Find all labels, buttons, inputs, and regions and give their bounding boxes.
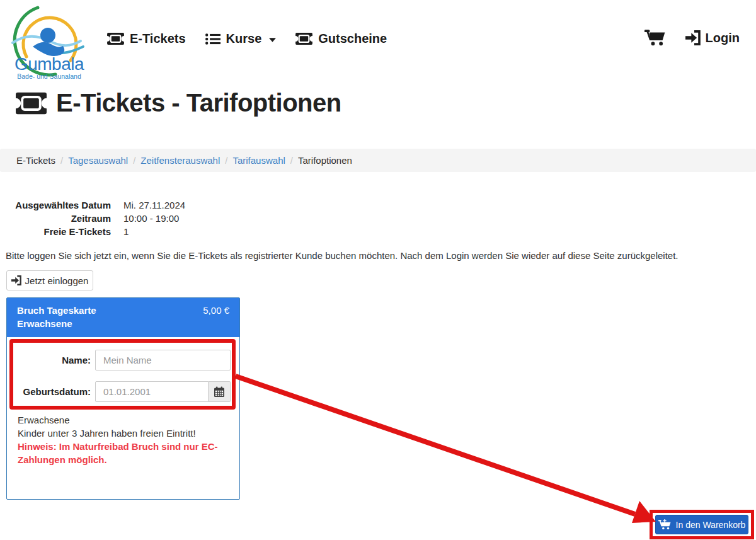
info-value-selected-date: Mi. 27.11.2024 <box>111 198 185 212</box>
info-row-free-tickets: Freie E-Tickets 1 <box>0 225 185 238</box>
login-now-button[interactable]: Jetzt einloggen <box>6 270 93 290</box>
chevron-down-icon <box>269 38 276 42</box>
breadcrumb-separator: / <box>60 155 63 166</box>
birthdate-input[interactable] <box>95 381 209 402</box>
tariff-card: Bruch Tageskarte Erwachsene 5,00 € Name:… <box>6 297 240 500</box>
add-to-cart-label: In den Warenkorb <box>676 520 746 530</box>
nav-item-kurse[interactable]: Kurse <box>205 32 277 46</box>
list-icon <box>205 33 220 45</box>
brand-tagline: Bade- und Saunaland <box>5 72 93 80</box>
breadcrumb-item-tarifoptionen: Tarifoptionen <box>298 155 352 166</box>
info-label: Freie E-Tickets <box>0 225 111 238</box>
tariff-title-line2: Erwachsene <box>17 317 96 330</box>
nav-item-label: Gutscheine <box>318 32 387 46</box>
birthdate-label: Geburtsdatum: <box>18 381 91 402</box>
breadcrumb-item-zeitfensterauswahl[interactable]: Zeitfensterauswahl <box>140 155 220 166</box>
info-label: Ausgewähltes Datum <box>0 198 111 212</box>
header-login-label: Login <box>706 31 740 45</box>
breadcrumb-item-etickets: E-Tickets <box>16 155 55 166</box>
breadcrumb-separator: / <box>290 155 293 166</box>
name-input[interactable] <box>95 350 231 371</box>
breadcrumb-separator: / <box>225 155 227 166</box>
birthdate-calendar-button[interactable] <box>209 381 231 402</box>
ticket-icon <box>107 33 124 45</box>
breadcrumb-separator: / <box>133 155 135 166</box>
page-title: E-Tickets - Tarifoptionen <box>16 89 341 117</box>
info-value-free-tickets: 1 <box>111 225 129 238</box>
breadcrumb-item-tarifauswahl[interactable]: Tarifauswahl <box>232 155 285 166</box>
tariff-description-line1: Erwachsene <box>18 413 232 427</box>
info-label: Zeitraum <box>0 212 111 225</box>
login-hint-text: Bitte loggen Sie sich jetzt ein, wenn Si… <box>6 250 679 261</box>
info-row-timeframe: Zeitraum 10:00 - 19:00 <box>0 212 185 225</box>
header-cart-button[interactable] <box>644 29 665 47</box>
name-label: Name: <box>18 350 91 371</box>
ticket-icon <box>16 92 47 115</box>
cart-plus-icon <box>658 519 671 531</box>
nav-item-etickets[interactable]: E-Tickets <box>107 32 186 46</box>
booking-info: Ausgewähltes Datum Mi. 27.11.2024 Zeitra… <box>0 198 185 238</box>
tariff-title-line1: Bruch Tageskarte <box>17 304 96 317</box>
brand-logo[interactable]: Gumbala Bade- und Saunaland <box>5 3 93 81</box>
nav-item-label: E-Tickets <box>130 32 186 46</box>
main-nav: E-Tickets Kurse Gutscheine <box>107 32 387 46</box>
breadcrumb: E-Tickets / Tagesauswahl / Zeitfensterau… <box>0 149 756 172</box>
breadcrumb-item-tagesauswahl[interactable]: Tagesauswahl <box>68 155 128 166</box>
info-value-timeframe: 10:00 - 19:00 <box>111 212 179 225</box>
calendar-icon <box>214 386 225 398</box>
header-login-button[interactable]: Login <box>685 30 740 45</box>
ticket-icon <box>295 33 312 45</box>
brand-name: Gumbala <box>5 54 93 74</box>
login-now-label: Jetzt einloggen <box>25 275 89 286</box>
tariff-notice: Hinweis: Im Naturfreibad Bruch sind nur … <box>18 440 232 466</box>
add-to-cart-button[interactable]: In den Warenkorb <box>655 515 748 534</box>
nav-item-label: Kurse <box>226 32 262 46</box>
sign-in-icon <box>11 275 21 285</box>
sign-in-icon <box>685 30 701 45</box>
tariff-title: Bruch Tageskarte Erwachsene <box>17 304 96 337</box>
tariff-description: Erwachsene Kinder unter 3 Jahren haben f… <box>18 413 232 466</box>
info-row-date: Ausgewähltes Datum Mi. 27.11.2024 <box>0 198 185 212</box>
page: Gumbala Bade- und Saunaland E-Tickets Ku… <box>0 0 756 540</box>
nav-item-gutscheine[interactable]: Gutscheine <box>295 32 387 46</box>
tariff-description-line2: Kinder unter 3 Jahren haben freien Eintr… <box>18 427 232 440</box>
tariff-card-header: Bruch Tageskarte Erwachsene 5,00 € <box>7 298 239 337</box>
header-actions: Login <box>644 29 740 47</box>
shopping-cart-icon <box>644 29 665 47</box>
page-title-text: E-Tickets - Tarifoptionen <box>56 89 341 117</box>
tariff-price: 5,00 € <box>203 304 229 337</box>
